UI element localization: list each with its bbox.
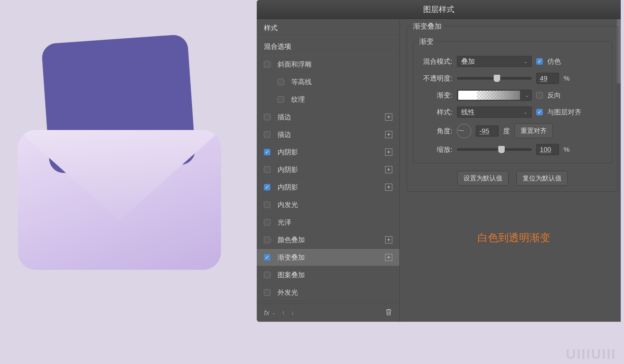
chevron-down-icon: ⌄ — [524, 110, 527, 115]
scale-input[interactable]: 100 — [536, 144, 559, 155]
styles-footer: fx ⌄ ↑ ↓ — [257, 304, 399, 322]
style-label: 内阴影 — [278, 148, 298, 157]
style-label: 描边 — [278, 130, 291, 139]
style-checkbox[interactable]: ✓ — [264, 254, 270, 261]
style-checkbox[interactable] — [264, 272, 270, 278]
scale-label: 缩放: — [418, 145, 452, 154]
style-item[interactable]: 外发光 — [257, 284, 399, 301]
add-effect-icon[interactable]: + — [385, 166, 392, 173]
style-item[interactable]: 纹理 — [257, 91, 399, 108]
angle-label: 角度: — [418, 126, 452, 136]
style-item[interactable]: 光泽 — [257, 214, 399, 231]
align-layer-label: 与图层对齐 — [547, 108, 581, 117]
arrow-down-icon[interactable]: ↓ — [291, 309, 294, 316]
dialog-titlebar[interactable]: 图层样式 — [257, 0, 621, 19]
trash-icon[interactable] — [385, 308, 392, 318]
set-default-button[interactable]: 设置为默认值 — [457, 171, 509, 186]
style-label: 图案叠加 — [278, 270, 305, 280]
style-checkbox[interactable] — [264, 131, 270, 138]
add-effect-icon[interactable]: + — [385, 254, 392, 261]
style-checkbox[interactable] — [264, 61, 270, 68]
reverse-label: 反向 — [547, 91, 561, 100]
style-label: 渐变叠加 — [278, 253, 305, 262]
style-label: 样式: — [418, 108, 452, 117]
style-item[interactable]: 斜面和浮雕 — [257, 56, 399, 73]
down-caret-icon: ⌄ — [272, 311, 275, 315]
style-checkbox[interactable] — [278, 96, 284, 103]
angle-input[interactable]: -95 — [476, 125, 499, 136]
style-checkbox[interactable] — [264, 166, 270, 173]
style-checkbox[interactable] — [264, 202, 270, 208]
add-effect-icon[interactable]: + — [385, 149, 392, 156]
style-checkbox[interactable] — [264, 114, 270, 120]
fx-icon[interactable]: fx — [264, 309, 269, 317]
style-label: 内发光 — [278, 200, 298, 209]
scale-unit: % — [564, 146, 570, 153]
group-title: 渐变叠加 — [411, 21, 444, 31]
align-layer-checkbox[interactable]: ✓ — [536, 109, 543, 115]
style-label: 等高线 — [291, 77, 312, 86]
style-item[interactable]: ✓内阴影+ — [257, 143, 399, 161]
styles-panel: 样式 混合选项 斜面和浮雕等高线纹理描边+描边+✓内阴影+内阴影+✓内阴影+内发… — [257, 19, 400, 322]
arrow-up-icon[interactable]: ↑ — [282, 309, 285, 316]
opacity-slider[interactable] — [457, 77, 532, 80]
style-item[interactable]: 描边+ — [257, 126, 399, 143]
chevron-down-icon: ⌄ — [525, 93, 529, 98]
gradient-swatch — [458, 91, 520, 100]
blend-mode-label: 混合模式: — [418, 57, 452, 66]
reverse-checkbox[interactable] — [536, 92, 543, 98]
style-item[interactable]: 描边+ — [257, 108, 399, 126]
style-label: 光泽 — [278, 218, 291, 227]
scale-slider[interactable] — [457, 148, 532, 151]
chevron-down-icon: ⌄ — [524, 59, 527, 64]
envelope-preview — [11, 29, 239, 263]
style-label: 内阴影 — [278, 183, 298, 192]
dither-label: 仿色 — [547, 57, 561, 66]
gradient-label: 渐变: — [418, 91, 452, 100]
style-item[interactable]: 颜色叠加+ — [257, 231, 399, 249]
style-label: 斜面和浮雕 — [278, 60, 312, 69]
opacity-input[interactable]: 49 — [536, 73, 559, 84]
reset-default-button[interactable]: 复位为默认值 — [516, 171, 568, 186]
angle-unit: 度 — [503, 126, 510, 136]
reset-align-button[interactable]: 重置对齐 — [514, 124, 553, 138]
style-checkbox[interactable] — [264, 237, 270, 243]
add-effect-icon[interactable]: + — [385, 113, 392, 121]
style-label: 纹理 — [291, 95, 305, 104]
opacity-unit: % — [564, 74, 570, 82]
angle-dial[interactable] — [457, 124, 471, 138]
annotation-text: 白色到透明渐变 — [407, 231, 621, 245]
style-checkbox[interactable] — [264, 289, 270, 296]
style-label: 颜色叠加 — [278, 235, 305, 244]
style-item[interactable]: 内阴影+ — [257, 161, 399, 178]
add-effect-icon[interactable]: + — [385, 236, 392, 243]
style-checkbox[interactable] — [264, 219, 270, 226]
layer-style-dialog: 图层样式 样式 混合选项 斜面和浮雕等高线纹理描边+描边+✓内阴影+内阴影+✓内… — [257, 0, 621, 322]
dither-checkbox[interactable]: ✓ — [536, 58, 543, 65]
style-label: 描边 — [278, 112, 291, 122]
styles-header[interactable]: 样式 — [257, 19, 399, 37]
style-item[interactable]: 内发光 — [257, 196, 399, 214]
style-item[interactable]: 图案叠加 — [257, 266, 399, 284]
add-effect-icon[interactable]: + — [385, 184, 392, 191]
gradient-picker[interactable]: ⌄ — [457, 90, 532, 101]
style-checkbox[interactable] — [278, 79, 284, 85]
style-item[interactable]: ✓内阴影+ — [257, 178, 399, 196]
style-item[interactable]: 等高线 — [257, 73, 399, 91]
style-checkbox[interactable]: ✓ — [264, 149, 270, 155]
style-label: 内阴影 — [278, 165, 298, 174]
style-item[interactable]: ✓渐变叠加+ — [257, 249, 399, 266]
style-label: 外发光 — [278, 288, 298, 297]
dialog-title: 图层样式 — [423, 4, 454, 15]
watermark: UIIIUIII — [566, 346, 616, 362]
style-checkbox[interactable]: ✓ — [264, 184, 270, 190]
subgroup-title: 渐变 — [417, 37, 436, 46]
blend-mode-dropdown[interactable]: 叠加 ⌄ — [457, 56, 532, 67]
blend-options[interactable]: 混合选项 — [257, 37, 399, 56]
style-dropdown[interactable]: 线性 ⌄ — [457, 107, 532, 118]
add-effect-icon[interactable]: + — [385, 131, 392, 138]
opacity-label: 不透明度: — [418, 74, 452, 83]
settings-panel: 渐变叠加 渐变 混合模式: 叠加 ⌄ ✓ 仿色 — [400, 19, 621, 322]
